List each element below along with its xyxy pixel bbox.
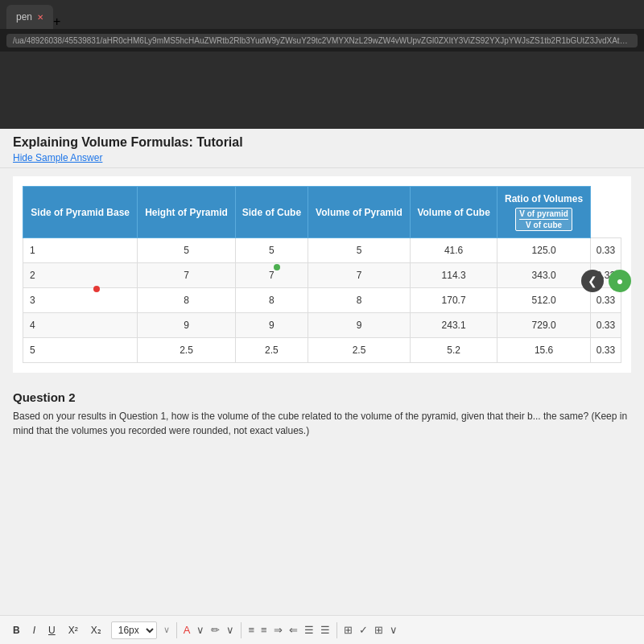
superscript-button[interactable]: X² — [65, 623, 81, 638]
nav-back-btn[interactable]: ❮ — [581, 270, 604, 292]
table-cell: 114.3 — [410, 263, 497, 288]
col-header-side-pyramid: Side of Pyramid Base — [23, 187, 138, 238]
tab-label: pen — [16, 11, 32, 23]
table-row: 3888170.7512.00.33 — [23, 288, 621, 313]
toolbar-divider-1 — [176, 622, 177, 638]
page-title: Explaining Volume Formulas: Tutorial — [13, 135, 631, 150]
subscript-button[interactable]: X₂ — [88, 623, 105, 638]
table-container: Side of Pyramid Base Height of Pyramid S… — [13, 176, 631, 373]
table-cell: 2.5 — [138, 338, 235, 363]
unordered-list-btn[interactable]: ≡ — [248, 624, 254, 636]
browser-tab[interactable]: pen ✕ — [6, 5, 53, 29]
table-cell: 5 — [23, 338, 138, 363]
table-cell: 9 — [138, 313, 235, 338]
table-cell: 125.0 — [497, 238, 590, 263]
table-btn[interactable]: ⊞ — [374, 624, 383, 636]
table-cell: 7 — [235, 263, 308, 288]
new-tab-btn[interactable]: + — [53, 14, 60, 29]
col-header-ratio: Ratio of Volumes V of pyramid V of cube — [497, 187, 590, 238]
question2-text: Based on your results in Question 1, how… — [13, 409, 631, 438]
col-header-vol-pyramid: Volume of Pyramid — [308, 187, 411, 238]
table-cell: 15.6 — [497, 338, 590, 363]
table-cell: 41.6 — [410, 238, 497, 263]
tab-close-btn[interactable]: ✕ — [37, 13, 43, 22]
image-btn[interactable]: ⊞ — [344, 624, 353, 636]
align-right-btn[interactable]: ☰ — [320, 624, 330, 636]
checkmark-btn[interactable]: ✓ — [359, 624, 368, 636]
underline-button[interactable]: U — [45, 623, 59, 638]
table-cell: 7 — [308, 263, 411, 288]
toolbar-divider-3 — [336, 622, 337, 638]
table-header-row: Side of Pyramid Base Height of Pyramid S… — [23, 187, 621, 238]
highlight-dropdown[interactable]: ∨ — [226, 624, 234, 636]
table-cell: 9 — [308, 313, 411, 338]
volume-table: Side of Pyramid Base Height of Pyramid S… — [23, 186, 621, 363]
table-cell: 243.1 — [410, 313, 497, 338]
col-header-side-cube: Side of Cube — [235, 187, 308, 238]
highlight-color-btn[interactable]: ✏ — [211, 624, 220, 636]
question2-section: Question 2 Based on your results in Ques… — [0, 381, 644, 448]
bold-button[interactable]: B — [10, 623, 23, 638]
table-cell: 170.7 — [410, 288, 497, 313]
table-cell: 8 — [235, 288, 308, 313]
table-row: 155541.6125.00.33 — [23, 238, 621, 263]
table-cell: 1 — [23, 238, 138, 263]
col-header-height-pyramid: Height of Pyramid — [138, 187, 235, 238]
table-cell: 0.33 — [590, 313, 621, 338]
green-dot-indicator — [274, 264, 280, 270]
table-cell: 729.0 — [497, 313, 590, 338]
table-cell: 5.2 — [410, 338, 497, 363]
col-header-vol-cube: Volume of Cube — [410, 187, 497, 238]
table-cell: 4 — [23, 313, 138, 338]
font-size-unit: ∨ — [163, 625, 170, 635]
italic-button[interactable]: I — [30, 623, 39, 638]
hide-sample-link[interactable]: Hide Sample Answer — [13, 152, 102, 163]
table-cell: 2 — [23, 263, 138, 288]
ratio-fraction: V of pyramid V of cube — [515, 208, 572, 231]
table-body: 155541.6125.00.332777114.3343.00.3338881… — [23, 238, 621, 363]
table-cell: 0.33 — [590, 338, 621, 363]
font-color-dropdown[interactable]: ∨ — [196, 624, 204, 636]
table-cell: 5 — [308, 238, 411, 263]
table-cell: 2.5 — [235, 338, 308, 363]
page-header: Explaining Volume Formulas: Tutorial Hid… — [0, 129, 644, 168]
toolbar-divider-2 — [241, 622, 242, 638]
table-cell: 8 — [308, 288, 411, 313]
nav-forward-btn[interactable]: ● — [609, 270, 631, 292]
table-row: 52.52.52.55.215.60.33 — [23, 338, 621, 363]
table-row: 2777114.3343.00.33 — [23, 263, 621, 288]
font-size-select[interactable]: 16px 12px 14px 18px 24px — [111, 621, 157, 639]
ordered-list-btn[interactable]: ≡ — [261, 624, 267, 636]
indent-btn[interactable]: ⇒ — [274, 624, 283, 636]
table-cell: 5 — [235, 238, 308, 263]
table-cell: 9 — [235, 313, 308, 338]
more-btn[interactable]: ∨ — [390, 624, 398, 636]
table-cell: 3 — [23, 288, 138, 313]
red-dot-indicator — [93, 286, 100, 292]
editor-toolbar: B I U X² X₂ 16px 12px 14px 18px 24px ∨ A… — [0, 615, 644, 644]
align-left-btn[interactable]: ☰ — [304, 624, 314, 636]
table-cell: 5 — [138, 238, 235, 263]
table-cell: 0.33 — [590, 238, 621, 263]
table-cell: 2.5 — [308, 338, 411, 363]
table-cell: 8 — [138, 288, 235, 313]
font-color-btn[interactable]: A — [184, 624, 191, 636]
table-cell: 343.0 — [497, 263, 590, 288]
table-cell: 512.0 — [497, 288, 590, 313]
outdent-btn[interactable]: ⇐ — [289, 624, 298, 636]
table-cell: 7 — [138, 263, 235, 288]
table-row: 4999243.1729.00.33 — [23, 313, 621, 338]
question2-title: Question 2 — [13, 390, 631, 404]
address-bar[interactable]: /ua/48926038/45539831/aHR0cHM6Ly9mMS5hcH… — [6, 34, 638, 47]
